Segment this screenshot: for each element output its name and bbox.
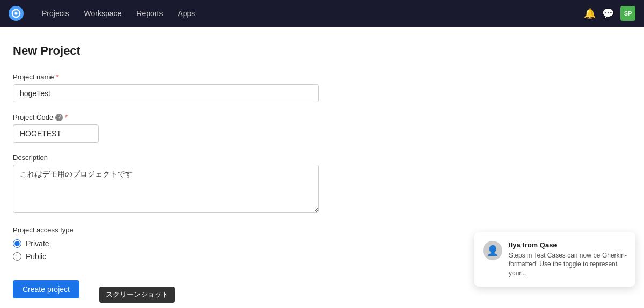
project-name-label: Project name * bbox=[13, 73, 631, 81]
chat-icon[interactable]: 💬 bbox=[602, 8, 614, 19]
page-title: New Project bbox=[13, 44, 631, 58]
radio-private-input[interactable] bbox=[13, 239, 21, 248]
required-star-name: * bbox=[56, 73, 59, 81]
radio-public-label: Public bbox=[26, 252, 46, 261]
nav-workspace[interactable]: Workspace bbox=[79, 6, 127, 21]
help-icon[interactable]: ? bbox=[55, 114, 63, 121]
nav-right: 🔔 💬 SP bbox=[584, 6, 635, 21]
navbar: Projects Workspace Reports Apps 🔔 💬 SP bbox=[0, 0, 644, 27]
project-name-group: Project name * bbox=[13, 73, 631, 102]
notification-card: 👤 Ilya from Qase Steps in Test Cases can… bbox=[474, 232, 635, 287]
create-project-button[interactable]: Create project bbox=[13, 280, 79, 298]
screenshot-tooltip: スクリーンショット bbox=[99, 287, 175, 303]
notif-avatar: 👤 bbox=[483, 241, 502, 260]
radio-public-input[interactable] bbox=[13, 252, 21, 261]
nav-links: Projects Workspace Reports Apps bbox=[36, 6, 571, 21]
description-group: Description これはデモ用のプロジェクトです bbox=[13, 153, 631, 215]
description-label: Description bbox=[13, 153, 631, 162]
notif-sender: Ilya from Qase bbox=[509, 241, 627, 249]
main-content: New Project Project name * Project Code … bbox=[0, 27, 644, 308]
svg-point-1 bbox=[14, 12, 17, 14]
user-avatar[interactable]: SP bbox=[620, 6, 635, 21]
project-code-input[interactable] bbox=[13, 124, 99, 143]
project-code-group: Project Code ? * bbox=[13, 113, 631, 143]
notification-icon[interactable]: 🔔 bbox=[584, 8, 596, 19]
project-name-input[interactable] bbox=[13, 84, 319, 102]
required-star-code: * bbox=[65, 113, 68, 121]
notif-message: Steps in Test Cases can now be Gherkin-f… bbox=[509, 251, 627, 278]
nav-apps[interactable]: Apps bbox=[172, 6, 200, 21]
project-code-label: Project Code ? * bbox=[13, 113, 631, 121]
nav-reports[interactable]: Reports bbox=[131, 6, 168, 21]
app-logo[interactable] bbox=[9, 6, 24, 21]
nav-projects[interactable]: Projects bbox=[36, 6, 75, 21]
description-textarea[interactable]: これはデモ用のプロジェクトです bbox=[13, 165, 319, 213]
radio-private-label: Private bbox=[26, 239, 49, 248]
notif-content: Ilya from Qase Steps in Test Cases can n… bbox=[509, 241, 627, 278]
